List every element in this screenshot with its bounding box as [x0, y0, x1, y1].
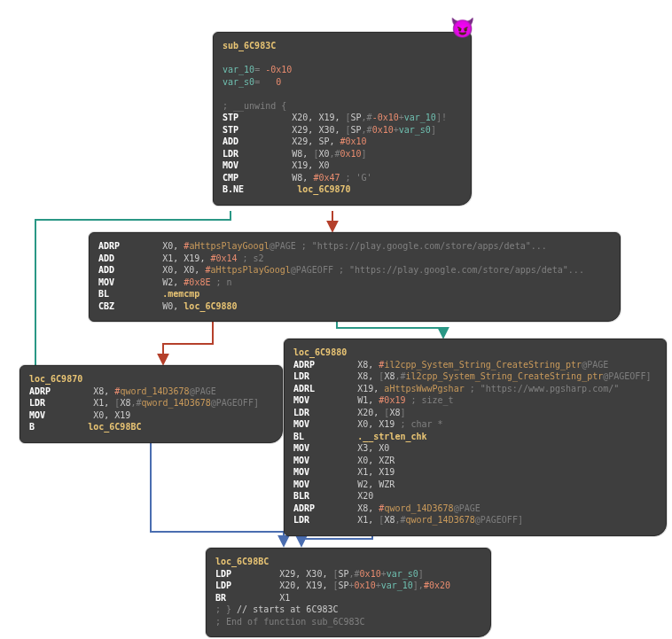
- asm-row[interactable]: ADRP X0, #aHttpsPlayGoogl@PAGE ; "https:…: [98, 240, 611, 253]
- block-loc-6C9880[interactable]: loc_6C9880 ADRP X8, #il2cpp_System_Strin…: [284, 339, 667, 536]
- mnemonic: BR: [215, 593, 279, 603]
- asm-row[interactable]: LDR X1, [X8,#qword_14D3678@PAGEOFF]: [293, 514, 657, 526]
- operands: X0, X19 ; char *: [357, 419, 442, 429]
- operands: X0, #aHttpsPlayGoogl@PAGE ; "https://pla…: [162, 241, 547, 251]
- asm-row[interactable]: MOV W2, WZR: [293, 479, 657, 491]
- asm-row[interactable]: B loc_6C98BC: [29, 421, 273, 433]
- operands: X8, [X8,#il2cpp_System_String_CreateStri…: [357, 371, 651, 381]
- asm-row[interactable]: STP X29, X30, [SP,#0x10+var_s0]: [223, 124, 462, 136]
- asm-row[interactable]: MOV X0, XZR: [293, 455, 657, 467]
- operands: X20, X19, [SP,#-0x10+var_10]!: [292, 113, 447, 122]
- asm-row[interactable]: MOV W2, #0x8E ; n: [98, 277, 611, 289]
- var-name: var_10: [223, 65, 254, 74]
- operands: X0, X19: [93, 410, 130, 420]
- asm-row[interactable]: MOV X0, X19 ; char *: [293, 418, 657, 431]
- asm-row[interactable]: STP X20, X19, [SP,#-0x10+var_10]!: [223, 112, 462, 124]
- asm-row[interactable]: MOV X1, X19: [293, 466, 657, 479]
- mnemonic: MOV: [293, 456, 357, 465]
- mnemonic: ADD: [98, 253, 162, 263]
- asm-row[interactable]: ADD X0, X0, #aHttpsPlayGoogl@PAGEOFF ; "…: [98, 264, 611, 277]
- block-memcmp[interactable]: ADRP X0, #aHttpsPlayGoogl@PAGE ; "https:…: [89, 232, 621, 322]
- mnemonic: ADRP: [29, 386, 93, 396]
- asm-row[interactable]: ADRL X19, aHttpsWwwPgshar ; "https://www…: [293, 383, 657, 395]
- asm-row[interactable]: MOV X19, X0: [223, 160, 462, 172]
- mnemonic: CMP: [223, 173, 292, 183]
- operands: X1, X19: [357, 467, 395, 477]
- asm-row[interactable]: CMP W8, #0x47 ; 'G': [223, 172, 462, 184]
- mnemonic: BL: [293, 432, 357, 441]
- asm-row[interactable]: MOV X3, X0: [293, 442, 657, 455]
- mnemonic: MOV: [293, 467, 357, 477]
- operands: W2, WZR: [357, 479, 395, 489]
- asm-row[interactable]: CBZ W0, loc_6C9880: [98, 300, 611, 313]
- operands: X20, X19, [SP+0x10+var_10],#0x20: [279, 581, 450, 590]
- devil-icon: 😈: [450, 15, 474, 42]
- operands: X29, X30, [SP,#0x10+var_s0]: [292, 125, 436, 135]
- mnemonic: MOV: [223, 160, 292, 170]
- asm-row[interactable]: MOV X0, X19: [29, 409, 273, 422]
- operands: .memcmp: [162, 289, 199, 299]
- asm-row[interactable]: LDR X1, [X8,#qword_14D3678@PAGEOFF]: [29, 397, 273, 409]
- mnemonic: ADD: [98, 265, 162, 275]
- operands: X0, XZR: [357, 456, 395, 465]
- operands: X19, aHttpsWwwPgshar ; "https://www.pgsh…: [357, 384, 619, 394]
- mnemonic: LDR: [293, 515, 357, 525]
- mnemonic: CBZ: [98, 301, 162, 311]
- asm-row[interactable]: ADRP X8, #qword_14D3678@PAGE: [293, 503, 657, 515]
- operands: W8, #0x47 ; 'G': [292, 173, 371, 183]
- var-name: var_s0: [223, 77, 254, 87]
- asm-row[interactable]: B.NE loc_6C9870: [223, 183, 462, 196]
- asm-row[interactable]: ADD X29, SP, #0x10: [223, 136, 462, 148]
- operands: .__strlen_chk: [357, 432, 426, 441]
- asm-row[interactable]: LDR X20, [X8]: [293, 407, 657, 419]
- asm-row[interactable]: ADRP X8, #il2cpp_System_String_CreateStr…: [293, 359, 657, 371]
- mnemonic: MOV: [293, 443, 357, 453]
- operands: X29, SP, #0x10: [292, 136, 366, 146]
- operands: X19, X0: [292, 160, 329, 170]
- block-label: loc_6C9870: [29, 374, 82, 384]
- mnemonic: MOV: [293, 479, 357, 489]
- asm-row[interactable]: MOV W1, #0x19 ; size_t: [293, 394, 657, 407]
- mnemonic: MOV: [29, 410, 93, 420]
- asm-row[interactable]: ADRP X8, #qword_14D3678@PAGE: [29, 386, 273, 398]
- operands: X20, [X8]: [357, 408, 405, 417]
- block-loc-6C98BC[interactable]: loc_6C98BC LDP X29, X30, [SP,#0x10+var_s…: [206, 548, 491, 637]
- asm-row[interactable]: BLR X20: [293, 490, 657, 503]
- unwind-open: ; __unwind {: [223, 100, 462, 113]
- operands: X1: [279, 593, 290, 603]
- asm-row[interactable]: LDR W8, [X0,#0x10]: [223, 148, 462, 160]
- mnemonic: B: [29, 422, 88, 432]
- mnemonic: LDR: [29, 398, 93, 408]
- operands: X1, [X8,#qword_14D3678@PAGEOFF]: [357, 515, 523, 525]
- operands: W8, [X0,#0x10]: [292, 149, 366, 159]
- mnemonic: MOV: [98, 277, 162, 287]
- end-of-func: ; End of function sub_6C983C: [215, 616, 481, 628]
- operands: X0, X0, #aHttpsPlayGoogl@PAGEOFF ; "http…: [162, 265, 584, 275]
- mnemonic: ADRL: [293, 384, 357, 394]
- mnemonic: ADRP: [293, 503, 357, 513]
- mnemonic: ADRP: [98, 241, 162, 251]
- asm-row[interactable]: BL .memcmp: [98, 288, 611, 300]
- mnemonic: LDR: [293, 371, 357, 381]
- asm-row[interactable]: LDP X29, X30, [SP,#0x10+var_s0]: [215, 568, 481, 581]
- asm-row[interactable]: BL .__strlen_chk: [293, 431, 657, 443]
- operands: X8, #il2cpp_System_String_CreateString_p…: [357, 360, 608, 370]
- operands: loc_6C9870: [297, 184, 350, 194]
- operands: X3, X0: [357, 443, 389, 453]
- block-loc-6C9870[interactable]: loc_6C9870 ADRP X8, #qword_14D3678@PAGEL…: [20, 365, 283, 443]
- unwind-close: ; } // starts at 6C983C: [215, 604, 481, 616]
- mnemonic: B.NE: [223, 184, 297, 194]
- mnemonic: ADD: [223, 136, 292, 146]
- block-sub-6C983C[interactable]: 😈 sub_6C983C var_10= -0x10 var_s0= 0 ; _…: [213, 32, 472, 206]
- asm-row[interactable]: LDR X8, [X8,#il2cpp_System_String_Create…: [293, 370, 657, 383]
- var-val: -0x10: [265, 65, 292, 74]
- asm-row[interactable]: LDP X20, X19, [SP+0x10+var_10],#0x20: [215, 580, 481, 592]
- mnemonic: MOV: [293, 395, 357, 405]
- operands: loc_6C98BC: [88, 422, 141, 432]
- mnemonic: LDP: [215, 581, 279, 590]
- asm-row[interactable]: ADD X1, X19, #0x14 ; s2: [98, 253, 611, 265]
- mnemonic: MOV: [293, 419, 357, 429]
- operands: X8, #qword_14D3678@PAGE: [93, 386, 216, 396]
- asm-row[interactable]: BR X1: [215, 592, 481, 604]
- mnemonic: STP: [223, 113, 292, 122]
